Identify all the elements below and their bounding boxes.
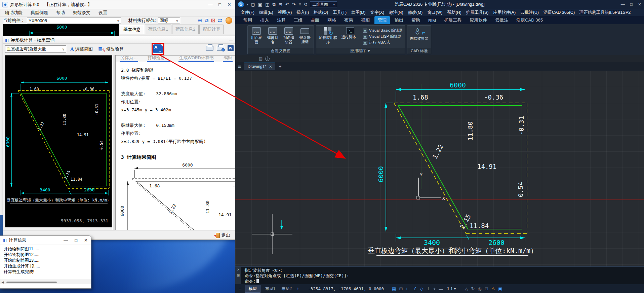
- cad-menu-item[interactable]: 窗口(W): [425, 9, 444, 16]
- folder-icon[interactable]: ▤: [259, 56, 263, 61]
- app-menu-item[interactable]: 辅助功能: [5, 10, 23, 16]
- close-icon[interactable]: ✕: [84, 238, 88, 243]
- maximize-icon[interactable]: □: [630, 2, 633, 7]
- cad-menu-item[interactable]: 理正结构工具箱8.5PB1SP2: [577, 9, 633, 16]
- alert-icon[interactable]: ⚠: [491, 287, 495, 291]
- horizontal-scrollbar[interactable]: ◀: [0, 280, 91, 284]
- cui-button[interactable]: CUI 用户界面: [250, 27, 263, 44]
- otrack-icon[interactable]: ⊥: [427, 287, 430, 291]
- exit-button[interactable]: 退出: [216, 232, 230, 239]
- ribbon-tab[interactable]: 帮助: [408, 16, 424, 24]
- grid-icon[interactable]: ▦: [392, 287, 396, 291]
- pane-splitter[interactable]: [112, 55, 115, 230]
- command-settings-icon[interactable]: ⊞: [237, 273, 240, 277]
- autoscale-icon[interactable]: ↻: [471, 287, 475, 291]
- dynamic-input-icon[interactable]: ⌖: [433, 287, 436, 291]
- maximize-icon[interactable]: □: [75, 238, 77, 243]
- ribbon-tab[interactable]: 三维: [290, 16, 306, 24]
- app-menu-item[interactable]: 设置: [98, 10, 107, 16]
- app-tab[interactable]: 荷载信息1: [145, 25, 171, 34]
- ortho-icon[interactable]: ∟: [406, 287, 410, 291]
- result-type-combo[interactable]: 垂直板边弯矩(最大最 ∨: [5, 45, 66, 53]
- app-menu-item[interactable]: 帮助: [56, 10, 65, 16]
- doc-tab-drawing1[interactable]: Drawing1* ✕: [244, 63, 276, 70]
- ribbon-tab[interactable]: 浩辰CAD 365: [513, 16, 546, 24]
- alias-editor-button[interactable]: PGP 别名编辑器: [282, 27, 295, 44]
- redo-icon[interactable]: ↷: [292, 2, 296, 7]
- print-icon[interactable]: [206, 46, 213, 51]
- ribbon-tab[interactable]: BIM: [425, 17, 439, 24]
- save-icon[interactable]: ◫: [265, 2, 269, 7]
- isolate-icon[interactable]: ◎: [478, 287, 481, 291]
- layout-tab[interactable]: 布局1: [264, 285, 277, 292]
- cad-menu-item[interactable]: 绘图(D): [349, 9, 367, 16]
- cad-menu-item[interactable]: 视图(V): [276, 9, 294, 16]
- close-icon[interactable]: ✕: [638, 2, 641, 7]
- swap-member-icon[interactable]: ⇄: [218, 18, 222, 23]
- run-script-button[interactable]: >_ 运行脚本...: [340, 27, 360, 39]
- ribbon-tab[interactable]: 扩展工具: [441, 16, 465, 24]
- new-file-icon[interactable]: ▢: [251, 2, 255, 7]
- cad-menu-item[interactable]: 格式(O): [312, 9, 330, 16]
- undo-icon[interactable]: ↶: [285, 2, 289, 7]
- sheet-set-icon[interactable]: ⌗: [298, 2, 301, 7]
- assistant-avatar-icon[interactable]: [226, 17, 232, 24]
- app-menu-item[interactable]: 规范条文: [73, 10, 90, 16]
- command-history[interactable]: 指定旋转角度 <0>: 命令:指定对角点或 [栏选(F)/圈围(WP)/圈交(C…: [241, 267, 352, 284]
- cad-menu-item[interactable]: 帮助(H): [445, 9, 463, 16]
- panel-label[interactable]: 应用程序 ▼: [316, 48, 405, 54]
- delete-member-icon[interactable]: ⊠: [211, 18, 215, 23]
- vba-list-button[interactable]: ▤ 运行 VBA 宏: [363, 40, 403, 45]
- ribbon-tab[interactable]: 布局: [341, 16, 356, 24]
- cad-menu-item[interactable]: 云批注(U): [518, 9, 541, 16]
- help-icon[interactable]: ?: [265, 57, 270, 61]
- chevron-down-icon[interactable]: ▾: [247, 3, 248, 6]
- modify-check-button[interactable]: ≣✎ 修改验算: [97, 45, 125, 53]
- ribbon-tab[interactable]: 插入: [257, 16, 272, 24]
- minimize-icon[interactable]: —: [207, 2, 214, 7]
- code-combo[interactable]: 国标∨: [158, 17, 180, 24]
- close-tab-icon[interactable]: ✕: [269, 65, 272, 69]
- lineweight-icon[interactable]: ▬: [439, 287, 443, 291]
- cad-menu-item[interactable]: 修改(M): [406, 9, 425, 16]
- ribbon-tab[interactable]: 视图: [358, 16, 373, 24]
- chat-icon[interactable]: ▣: [498, 287, 502, 291]
- snap-icon[interactable]: ⊞: [399, 287, 403, 291]
- print-settings-icon[interactable]: [217, 46, 224, 51]
- copy-member-icon[interactable]: ⧉: [205, 18, 208, 23]
- new-tab-icon[interactable]: +: [279, 64, 281, 69]
- status-menu-icon[interactable]: ≡: [239, 286, 242, 292]
- cad-menu-item[interactable]: 编辑(E): [257, 9, 275, 16]
- menu-hamburger-icon[interactable]: ≡: [238, 64, 241, 69]
- plot-icon[interactable]: ⊟: [279, 2, 282, 7]
- report-menu-item[interactable]: 打印预览 ...: [147, 55, 170, 62]
- cad-menu-item[interactable]: 文字(X): [368, 9, 387, 16]
- panel-label[interactable]: CAD 标准: [407, 48, 431, 54]
- report-menu-item[interactable]: 生成WORD计算书: [178, 55, 214, 62]
- report-menu-item[interactable]: 编辑: [223, 55, 233, 62]
- annotation-scale[interactable]: 1:1 ▾: [447, 286, 456, 291]
- model-tab[interactable]: 模型: [245, 285, 260, 293]
- panel-label[interactable]: 自定义设置: [248, 48, 314, 54]
- edit-alias-button[interactable]: PGP 编辑别名: [266, 27, 279, 44]
- ribbon-tab[interactable]: 注释: [274, 16, 289, 24]
- cad-menu-item[interactable]: 浩辰CAD 365(C): [541, 9, 577, 16]
- app-tab[interactable]: 基本信息: [120, 25, 144, 34]
- member-combo[interactable]: YXB0005∨: [27, 17, 121, 24]
- minimize-icon[interactable]: —: [621, 2, 625, 7]
- maximize-icon[interactable]: □: [216, 2, 224, 7]
- scrollbar-thumb[interactable]: [6, 282, 57, 283]
- adjust-diagram-button[interactable]: A↓ 调整简图: [69, 45, 94, 53]
- export-doc-icon[interactable]: A→: [153, 44, 163, 53]
- ribbon-tab[interactable]: 网格: [324, 16, 339, 24]
- headset-icon[interactable]: Ω: [304, 2, 308, 7]
- layer-translator-button[interactable]: ◇◇⇄ 图层转换器: [409, 27, 429, 41]
- app-tab[interactable]: 荷载信息2: [172, 25, 199, 34]
- open-file-icon[interactable]: ▣: [258, 2, 262, 7]
- gstarcad-logo-icon[interactable]: G: [238, 1, 244, 7]
- save-as-icon[interactable]: ⧉: [272, 2, 275, 7]
- ribbon-tab[interactable]: 输出: [391, 16, 407, 24]
- cad-menu-item[interactable]: 文件(F): [239, 9, 256, 16]
- vba-list-button[interactable]: ▤ Visual Basic 编辑器: [363, 28, 403, 33]
- report-menu-item[interactable]: 另存为 ...: [120, 55, 138, 62]
